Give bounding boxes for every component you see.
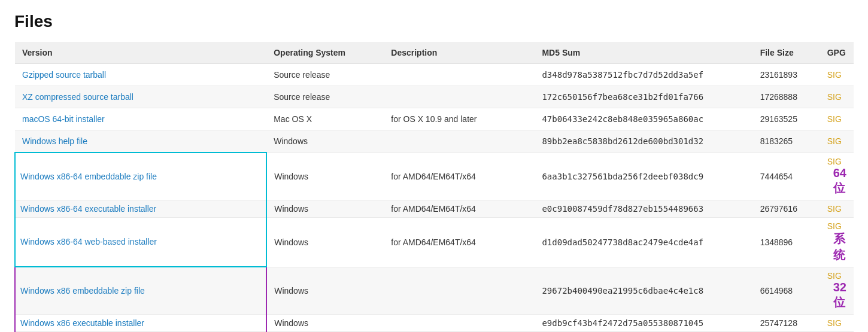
filesize-cell: 26797616 [753,200,820,217]
col-header-md5: MD5 Sum [535,42,752,64]
col-header-description: Description [384,42,535,64]
filesize-cell: 7444654 [753,153,820,200]
gpg-cell: SIG64位 [820,153,854,200]
gpg-cell: SIG [820,64,854,86]
table-row: Windows x86-64 embeddable zip fileWindow… [15,153,854,200]
table-row: Windows x86 executable installerWindowse… [15,314,854,331]
table-row: Gzipped source tarballSource released348… [15,64,854,86]
filesize-cell: 29163525 [753,108,820,130]
desc-cell: for OS X 10.9 and later [384,108,535,130]
md5-cell: e0c910087459df78d827eb1554489663 [535,200,752,217]
md5-cell: 47b06433e242c8eb848e035965a860ac [535,108,752,130]
version-link[interactable]: Windows x86-64 embeddable zip file [20,172,157,181]
desc-cell [384,267,535,314]
md5-cell: d1d09dad50247738d8ac2479e4cde4af [535,217,752,267]
desc-cell [384,86,535,108]
os-cell: Mac OS X [266,108,384,130]
sig-link[interactable]: SIG [827,92,842,102]
os-cell: Source release [266,64,384,86]
col-header-filesize: File Size [753,42,820,64]
col-header-os: Operating System [266,42,384,64]
version-link[interactable]: Windows x86 executable installer [20,318,144,328]
os-cell: Windows [266,130,384,153]
annotation-bottom: 系统 [833,231,846,263]
sig-link[interactable]: SIG [827,204,842,214]
table-row: XZ compressed source tarballSource relea… [15,86,854,108]
sig-link[interactable]: SIG [827,114,842,124]
version-link[interactable]: XZ compressed source tarball [22,92,133,102]
version-link[interactable]: Windows x86 embeddable zip file [20,286,145,296]
sig-link[interactable]: SIG [827,271,842,281]
filesize-cell: 6614968 [753,267,820,314]
gpg-cell: SIG系统 [820,217,854,267]
annotation-top: 64位 [833,166,846,196]
os-cell: Windows [266,267,384,314]
gpg-cell: SIG [820,200,854,217]
md5-cell: 172c650156f7bea68ce31b2fd01fa766 [535,86,752,108]
md5-cell: d348d978a5387512fbc7d7d52dd3a5ef [535,64,752,86]
desc-cell: for AMD64/EM64T/x64 [384,153,535,200]
col-header-version: Version [15,42,266,64]
filesize-cell: 25747128 [753,314,820,331]
desc-cell [384,314,535,331]
sig-link[interactable]: SIG [827,70,842,80]
version-link[interactable]: Windows help file [22,136,87,146]
table-row: Windows help fileWindows89bb2ea8c5838bd2… [15,130,854,153]
desc-cell: for AMD64/EM64T/x64 [384,200,535,217]
md5-cell: 6aa3b1c327561bda256f2deebf038dc9 [535,153,752,200]
gpg-cell: SIG32位 [820,267,854,314]
version-link[interactable]: Windows x86-64 web-based installer [20,237,157,246]
sig-link[interactable]: SIG [827,136,842,146]
sig-link[interactable]: SIG [827,157,842,166]
filesize-cell: 23161893 [753,64,820,86]
md5-cell: e9db9cf43b4f2472d75a055380871045 [535,314,752,331]
os-cell: Windows [266,153,384,200]
version-link[interactable]: Windows x86-64 executable installer [20,204,156,214]
table-row: Windows x86-64 web-based installerWindow… [15,217,854,267]
desc-cell [384,130,535,153]
os-cell: Source release [266,86,384,108]
filesize-cell: 8183265 [753,130,820,153]
gpg-cell: SIG [820,108,854,130]
gpg-cell: SIG [820,130,854,153]
col-header-gpg: GPG [820,42,854,64]
os-cell: Windows [266,200,384,217]
gpg-cell: SIG [820,86,854,108]
sig-link[interactable]: SIG [827,318,842,328]
table-row: macOS 64-bit installerMac OS Xfor OS X 1… [15,108,854,130]
filesize-cell: 17268888 [753,86,820,108]
desc-cell [384,64,535,86]
md5-cell: 89bb2ea8c5838bd2612de600bd301d32 [535,130,752,153]
files-table: Version Operating System Description MD5… [14,42,854,332]
gpg-cell: SIG [820,314,854,331]
desc-cell: for AMD64/EM64T/x64 [384,217,535,267]
table-row: Windows x86 embeddable zip fileWindows29… [15,267,854,314]
os-cell: Windows [266,217,384,267]
page-title: Files [14,12,854,31]
os-cell: Windows [266,314,384,331]
table-row: Windows x86-64 executable installerWindo… [15,200,854,217]
version-link[interactable]: macOS 64-bit installer [22,114,105,124]
sig-link[interactable]: SIG [827,221,842,231]
md5-cell: 29672b400490ea21995c6dbae4c4e1c8 [535,267,752,314]
filesize-cell: 1348896 [753,217,820,267]
annotation-top: 32位 [833,281,846,310]
version-link[interactable]: Gzipped source tarball [22,70,106,80]
table-header-row: Version Operating System Description MD5… [15,42,854,64]
